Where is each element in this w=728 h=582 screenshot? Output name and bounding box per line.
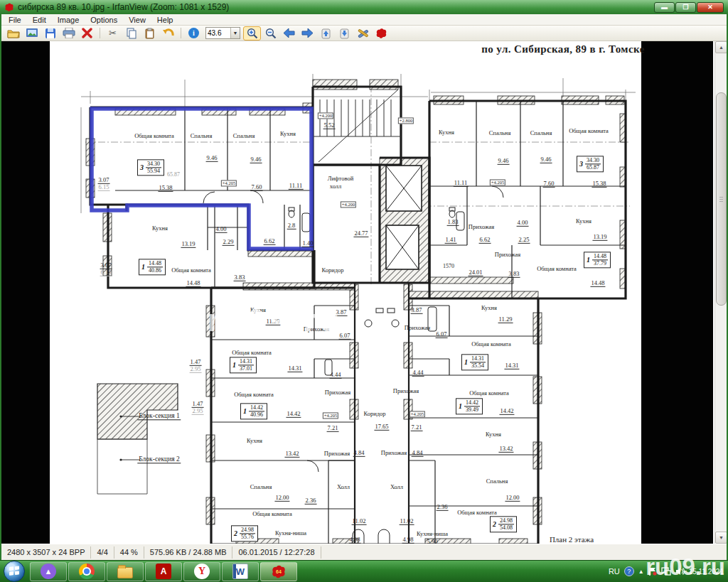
plan-label: Спальня xyxy=(530,130,552,136)
plan-label: Кухня xyxy=(247,438,262,444)
irfanview-icon xyxy=(4,2,14,12)
status-page: 4/4 xyxy=(91,546,114,559)
status-datetime: 06.01.2015 / 12:27:28 xyxy=(232,546,321,559)
plan-label: 14.48 xyxy=(590,280,605,287)
plan-label: 2.36 xyxy=(305,497,317,505)
taskbar-word[interactable]: W xyxy=(222,562,259,581)
plan-label: 1.41 xyxy=(445,237,457,244)
plan-label: 9.46 xyxy=(498,158,510,165)
taskbar-chrome[interactable] xyxy=(68,562,105,581)
cut-icon: ✂ xyxy=(109,28,117,38)
scroll-up-arrow[interactable]: ▲ xyxy=(715,41,727,53)
plan-label: Общая комната xyxy=(171,267,211,274)
tools-icon xyxy=(357,28,369,39)
plan-label: 11.29 xyxy=(498,316,513,323)
save-icon xyxy=(45,28,56,39)
help-tray-icon[interactable]: ? xyxy=(624,566,634,576)
taskbar-yandex-alice[interactable]: ▲ xyxy=(30,562,67,581)
taskbar-irfanview[interactable]: 64 xyxy=(260,562,297,581)
plan-label: 11.11 xyxy=(454,180,469,187)
taskbar-yandex-browser[interactable]: Y xyxy=(183,562,220,581)
plan-label: Прихожая xyxy=(393,388,419,394)
plan-label: 9.46 xyxy=(206,155,218,162)
close-button[interactable]: ✕ xyxy=(697,2,724,13)
zoom-dropdown-arrow[interactable]: ▼ xyxy=(230,28,240,38)
exit-button[interactable] xyxy=(373,26,390,41)
save-button[interactable] xyxy=(41,26,59,41)
menu-item-edit[interactable]: Edit xyxy=(27,16,52,24)
menu-item-image[interactable]: Image xyxy=(52,16,85,24)
plan-label: Прихожая xyxy=(405,325,430,331)
plan-label: 2.95 xyxy=(192,408,204,415)
delete-button[interactable] xyxy=(78,26,96,41)
irfanview-window: сибирска 89 кв. 10.jpg - IrfanView (Zoom… xyxy=(0,0,728,582)
plan-label: 14.48 xyxy=(186,280,200,287)
menu-item-help[interactable]: Help xyxy=(151,16,179,24)
plan-label: Спальня xyxy=(233,133,255,139)
toolbar-separator xyxy=(100,28,100,38)
plan-label: 14.31 xyxy=(504,362,519,370)
plan-label: 3.83 xyxy=(234,274,246,281)
scroll-down-arrow[interactable]: ▼ xyxy=(715,532,727,544)
plan-label: 14.31 xyxy=(287,365,302,372)
restore-button[interactable]: ❐ xyxy=(675,2,696,13)
last-page-button[interactable] xyxy=(336,26,353,41)
plan-label: +4.200 xyxy=(318,112,333,119)
next-image-button[interactable] xyxy=(299,26,316,41)
status-filesize: 575.96 KB / 24.88 MB xyxy=(144,546,233,559)
start-button[interactable] xyxy=(4,561,25,582)
cut-button[interactable]: ✂ xyxy=(104,26,122,41)
status-dimensions: 2480 x 3507 x 24 BPP xyxy=(1,546,91,559)
info-button[interactable]: i xyxy=(185,26,203,41)
vertical-scrollbar[interactable]: ▲ ▼ xyxy=(714,41,727,544)
menu-item-options[interactable]: Options xyxy=(85,16,123,24)
print-button[interactable] xyxy=(60,26,77,41)
status-bar: 2480 x 3507 x 24 BPP 4/4 44 % 575.96 KB … xyxy=(1,544,727,560)
apartment-spec-box: 114.4240.96 xyxy=(240,403,267,419)
image-viewport[interactable]: по ул. Сибирская, 89 в г. ТомскеОбщая ко… xyxy=(1,41,727,544)
plan-label: 4.98 xyxy=(349,537,361,544)
irfanview-taskbar-icon: 64 xyxy=(271,564,287,579)
copy-button[interactable] xyxy=(122,26,140,41)
plan-label: Лифтовой xyxy=(328,176,353,182)
menu-item-view[interactable]: View xyxy=(123,16,151,24)
plan-label: 15.38 xyxy=(592,180,606,188)
copy-icon xyxy=(126,28,137,39)
taskbar-explorer[interactable] xyxy=(107,562,144,581)
slideshow-button[interactable] xyxy=(23,26,41,41)
scrollbar-thumb[interactable] xyxy=(716,92,727,306)
zoom-in-button[interactable] xyxy=(243,26,261,41)
folder-icon xyxy=(117,567,133,578)
plan-label: 4.44 xyxy=(412,370,424,377)
title-bar[interactable]: сибирска 89 кв. 10.jpg - IrfanView (Zoom… xyxy=(0,0,728,14)
arrow-right-icon xyxy=(301,28,314,38)
undo-button[interactable] xyxy=(159,26,177,41)
plan-label: 4.84 xyxy=(412,450,424,457)
zoom-combo[interactable]: ▼ xyxy=(205,27,240,39)
apartment-spec-box: 114.3137.01 xyxy=(230,357,257,373)
settings-button[interactable] xyxy=(354,26,372,41)
previous-image-button[interactable] xyxy=(280,26,298,41)
windows-flag-icon xyxy=(9,566,20,577)
plan-label: Прихожая xyxy=(469,224,494,230)
toolbar: ✂ i ▼ xyxy=(1,26,727,41)
arrow-left-icon xyxy=(283,28,295,38)
hidden-icons-chevron[interactable]: ▲ xyxy=(638,568,644,575)
language-indicator[interactable]: RU xyxy=(609,567,620,576)
paste-button[interactable] xyxy=(141,26,159,41)
zoom-out-button[interactable] xyxy=(262,26,279,41)
menu-item-file[interactable]: File xyxy=(3,16,27,24)
plan-label: План 2 этажа xyxy=(550,535,594,544)
taskbar-acrobat[interactable]: A xyxy=(145,562,182,581)
open-button[interactable] xyxy=(4,26,22,41)
plan-label: Прихожая xyxy=(495,252,520,258)
paste-icon xyxy=(144,28,156,39)
plan-label: 13.19 xyxy=(181,241,196,248)
plan-label: 4.98 xyxy=(402,537,414,544)
zoom-input[interactable] xyxy=(206,29,230,37)
plan-label: Общая комната xyxy=(537,266,577,272)
plan-label: Кухня xyxy=(439,129,454,136)
first-page-button[interactable] xyxy=(317,26,335,41)
apartment-spec-box: 114.4840.86 xyxy=(139,259,166,275)
minimize-button[interactable]: ▬ xyxy=(654,2,675,13)
